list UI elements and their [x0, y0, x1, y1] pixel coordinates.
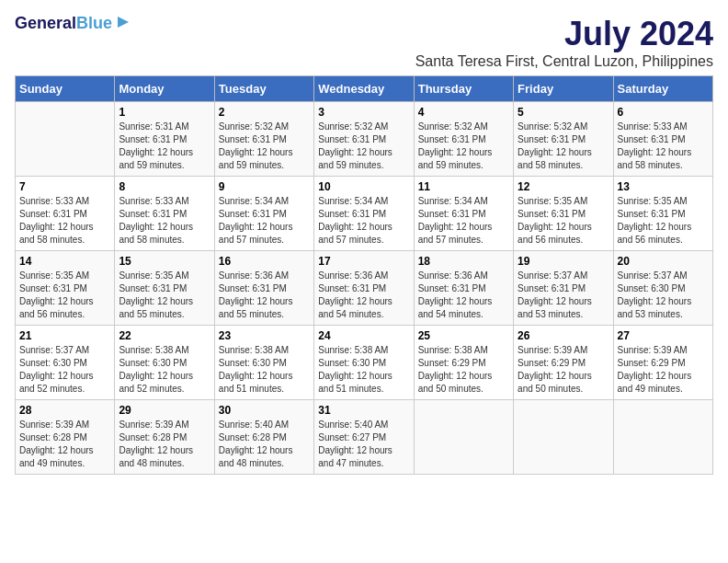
- calendar-cell: 29Sunrise: 5:39 AM Sunset: 6:28 PM Dayli…: [115, 400, 214, 475]
- day-info: Sunrise: 5:33 AM Sunset: 6:31 PM Dayligh…: [618, 121, 709, 172]
- day-info: Sunrise: 5:32 AM Sunset: 6:31 PM Dayligh…: [318, 121, 409, 172]
- calendar-cell: 16Sunrise: 5:36 AM Sunset: 6:31 PM Dayli…: [214, 251, 313, 326]
- calendar-day-header: Thursday: [414, 76, 513, 102]
- day-number: 11: [418, 180, 509, 193]
- calendar-day-header: Sunday: [16, 76, 115, 102]
- calendar-cell: [414, 400, 513, 475]
- day-number: 31: [318, 404, 409, 417]
- day-info: Sunrise: 5:33 AM Sunset: 6:31 PM Dayligh…: [119, 195, 210, 247]
- calendar-cell: 7Sunrise: 5:33 AM Sunset: 6:31 PM Daylig…: [16, 177, 115, 251]
- day-number: 18: [418, 255, 509, 268]
- day-number: 26: [518, 329, 609, 342]
- day-info: Sunrise: 5:40 AM Sunset: 6:28 PM Dayligh…: [219, 419, 310, 470]
- day-info: Sunrise: 5:36 AM Sunset: 6:31 PM Dayligh…: [219, 270, 310, 321]
- calendar-cell: 28Sunrise: 5:39 AM Sunset: 6:28 PM Dayli…: [16, 400, 115, 475]
- day-info: Sunrise: 5:39 AM Sunset: 6:28 PM Dayligh…: [19, 419, 110, 470]
- day-info: Sunrise: 5:35 AM Sunset: 6:31 PM Dayligh…: [19, 270, 110, 321]
- calendar-cell: 6Sunrise: 5:33 AM Sunset: 6:31 PM Daylig…: [613, 102, 712, 177]
- day-number: 3: [318, 106, 409, 119]
- calendar-cell: 15Sunrise: 5:35 AM Sunset: 6:31 PM Dayli…: [115, 251, 214, 326]
- day-number: 8: [119, 180, 210, 193]
- calendar-cell: 4Sunrise: 5:32 AM Sunset: 6:31 PM Daylig…: [414, 102, 513, 177]
- day-number: 15: [119, 255, 210, 268]
- day-info: Sunrise: 5:35 AM Sunset: 6:31 PM Dayligh…: [518, 195, 609, 247]
- calendar-day-header: Friday: [514, 76, 613, 102]
- day-info: Sunrise: 5:37 AM Sunset: 6:30 PM Dayligh…: [618, 270, 709, 321]
- day-number: 30: [219, 404, 310, 417]
- day-number: 24: [318, 329, 409, 342]
- day-number: 9: [219, 180, 310, 193]
- day-number: 17: [318, 255, 409, 268]
- calendar-cell: 20Sunrise: 5:37 AM Sunset: 6:30 PM Dayli…: [613, 251, 712, 326]
- day-info: Sunrise: 5:32 AM Sunset: 6:31 PM Dayligh…: [219, 121, 310, 172]
- day-info: Sunrise: 5:37 AM Sunset: 6:30 PM Dayligh…: [19, 344, 110, 396]
- calendar-cell: 3Sunrise: 5:32 AM Sunset: 6:31 PM Daylig…: [314, 102, 414, 177]
- calendar-cell: 10Sunrise: 5:34 AM Sunset: 6:31 PM Dayli…: [314, 177, 414, 251]
- calendar-cell: 11Sunrise: 5:34 AM Sunset: 6:31 PM Dayli…: [414, 177, 513, 251]
- calendar-cell: 26Sunrise: 5:39 AM Sunset: 6:29 PM Dayli…: [514, 326, 613, 400]
- day-info: Sunrise: 5:40 AM Sunset: 6:27 PM Dayligh…: [318, 419, 409, 470]
- calendar-table: SundayMondayTuesdayWednesdayThursdayFrid…: [15, 75, 713, 475]
- day-number: 4: [418, 106, 509, 119]
- calendar-cell: 9Sunrise: 5:34 AM Sunset: 6:31 PM Daylig…: [214, 177, 313, 251]
- day-info: Sunrise: 5:34 AM Sunset: 6:31 PM Dayligh…: [318, 195, 409, 247]
- calendar-cell: 27Sunrise: 5:39 AM Sunset: 6:29 PM Dayli…: [613, 326, 712, 400]
- calendar-cell: 2Sunrise: 5:32 AM Sunset: 6:31 PM Daylig…: [214, 102, 313, 177]
- day-info: Sunrise: 5:36 AM Sunset: 6:31 PM Dayligh…: [318, 270, 409, 321]
- calendar-cell: 13Sunrise: 5:35 AM Sunset: 6:31 PM Dayli…: [613, 177, 712, 251]
- day-number: 29: [119, 404, 210, 417]
- calendar-cell: 24Sunrise: 5:38 AM Sunset: 6:30 PM Dayli…: [314, 326, 414, 400]
- day-number: 21: [19, 329, 110, 342]
- subtitle: Santa Teresa First, Central Luzon, Phili…: [415, 53, 713, 70]
- calendar-week-row: 1Sunrise: 5:31 AM Sunset: 6:31 PM Daylig…: [16, 102, 713, 177]
- day-info: Sunrise: 5:38 AM Sunset: 6:29 PM Dayligh…: [418, 344, 509, 396]
- calendar-cell: 8Sunrise: 5:33 AM Sunset: 6:31 PM Daylig…: [115, 177, 214, 251]
- day-number: 12: [518, 180, 609, 193]
- day-number: 23: [219, 329, 310, 342]
- day-number: 19: [518, 255, 609, 268]
- day-number: 6: [618, 106, 709, 119]
- calendar-day-header: Tuesday: [214, 76, 313, 102]
- calendar-week-row: 28Sunrise: 5:39 AM Sunset: 6:28 PM Dayli…: [16, 400, 713, 475]
- calendar-day-header: Wednesday: [314, 76, 414, 102]
- page-header: GeneralBlue July 2024 Santa Teresa First…: [15, 15, 713, 70]
- calendar-cell: [16, 102, 115, 177]
- logo-arrow-icon: [114, 13, 132, 31]
- day-number: 14: [19, 255, 110, 268]
- calendar-cell: [613, 400, 712, 475]
- calendar-cell: 14Sunrise: 5:35 AM Sunset: 6:31 PM Dayli…: [16, 251, 115, 326]
- day-info: Sunrise: 5:38 AM Sunset: 6:30 PM Dayligh…: [318, 344, 409, 396]
- day-number: 27: [618, 329, 709, 342]
- logo-text: GeneralBlue: [15, 15, 112, 33]
- day-info: Sunrise: 5:39 AM Sunset: 6:28 PM Dayligh…: [119, 419, 210, 470]
- calendar-cell: 31Sunrise: 5:40 AM Sunset: 6:27 PM Dayli…: [314, 400, 414, 475]
- day-number: 2: [219, 106, 310, 119]
- day-number: 10: [318, 180, 409, 193]
- calendar-header-row: SundayMondayTuesdayWednesdayThursdayFrid…: [16, 76, 713, 102]
- calendar-day-header: Saturday: [613, 76, 712, 102]
- calendar-week-row: 21Sunrise: 5:37 AM Sunset: 6:30 PM Dayli…: [16, 326, 713, 400]
- day-info: Sunrise: 5:39 AM Sunset: 6:29 PM Dayligh…: [618, 344, 709, 396]
- day-number: 28: [19, 404, 110, 417]
- day-info: Sunrise: 5:39 AM Sunset: 6:29 PM Dayligh…: [518, 344, 609, 396]
- day-number: 1: [119, 106, 210, 119]
- calendar-cell: 30Sunrise: 5:40 AM Sunset: 6:28 PM Dayli…: [214, 400, 313, 475]
- calendar-week-row: 7Sunrise: 5:33 AM Sunset: 6:31 PM Daylig…: [16, 177, 713, 251]
- day-number: 22: [119, 329, 210, 342]
- calendar-cell: 21Sunrise: 5:37 AM Sunset: 6:30 PM Dayli…: [16, 326, 115, 400]
- day-info: Sunrise: 5:31 AM Sunset: 6:31 PM Dayligh…: [119, 121, 210, 172]
- day-number: 20: [618, 255, 709, 268]
- day-info: Sunrise: 5:35 AM Sunset: 6:31 PM Dayligh…: [119, 270, 210, 321]
- logo: GeneralBlue: [15, 15, 132, 33]
- title-area: July 2024 Santa Teresa First, Central Lu…: [415, 15, 713, 70]
- day-number: 13: [618, 180, 709, 193]
- calendar-cell: 12Sunrise: 5:35 AM Sunset: 6:31 PM Dayli…: [514, 177, 613, 251]
- day-info: Sunrise: 5:38 AM Sunset: 6:30 PM Dayligh…: [119, 344, 210, 396]
- calendar-cell: 17Sunrise: 5:36 AM Sunset: 6:31 PM Dayli…: [314, 251, 414, 326]
- day-number: 7: [19, 180, 110, 193]
- day-number: 25: [418, 329, 509, 342]
- calendar-week-row: 14Sunrise: 5:35 AM Sunset: 6:31 PM Dayli…: [16, 251, 713, 326]
- calendar-day-header: Monday: [115, 76, 214, 102]
- day-info: Sunrise: 5:33 AM Sunset: 6:31 PM Dayligh…: [19, 195, 110, 247]
- calendar-cell: [514, 400, 613, 475]
